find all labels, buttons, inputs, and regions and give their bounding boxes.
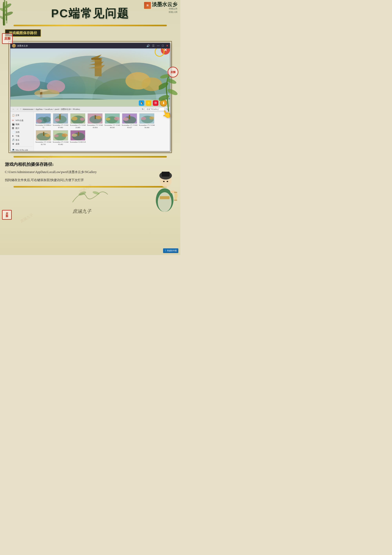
file-thumbnail-6 [139, 113, 154, 124]
svg-rect-52 [129, 115, 130, 119]
svg-rect-89 [174, 192, 177, 193]
file-item-4[interactable]: Screenshot 171 5134349.565 [105, 113, 120, 129]
svg-rect-35 [59, 115, 61, 119]
sidebar-item-video[interactable]: 🎬 视频 [12, 122, 33, 126]
maximize-btn[interactable]: □ [162, 44, 164, 47]
svg-point-41 [80, 117, 85, 121]
svg-point-56 [149, 116, 154, 119]
star-social-icon[interactable]: ⭐ [146, 100, 151, 106]
nav-back-btn[interactable]: ← [12, 108, 15, 111]
file-name-9: Screenshot 5134513.8 [70, 141, 86, 143]
file-name-4: Screenshot 171 5134349.565 [105, 124, 120, 129]
weibo-social-icon[interactable]: 微 [153, 100, 158, 106]
file-thumbnail-5 [122, 113, 137, 124]
file-name-8: Screenshot 171 5134495.402 [53, 141, 68, 146]
sidebar-item-wps[interactable]: W WPS云盘 [12, 118, 33, 122]
section-screenshot: 游戏截图保存路径 庶酿 淡墨水云乡 🔊 ☰ — □ ✕ [5, 29, 175, 153]
file-item-0[interactable]: Screenshot 5133996.472 [36, 113, 51, 129]
minimize-btn[interactable]: — [157, 44, 160, 47]
window-titlebar-left: 淡墨水云乡 [12, 44, 28, 48]
svg-point-57 [141, 117, 146, 120]
svg-point-31 [43, 117, 51, 122]
file-item-1[interactable]: Screenshot 171 5134287.003 [53, 113, 68, 129]
social-icons-row: 🐧 ⭐ 微 ⬇ [10, 99, 170, 107]
file-thumbnail-4 [105, 113, 120, 124]
svg-rect-90 [174, 200, 177, 201]
file-thumbnail-7 [36, 130, 51, 140]
sidebar-item-pictures[interactable]: 🖼 图片 [12, 126, 33, 130]
svg-point-77 [78, 190, 86, 196]
svg-point-37 [55, 118, 60, 121]
close-btn[interactable]: ✕ [166, 44, 168, 47]
sidebar-item-normal[interactable]: 📋 正常 [12, 113, 33, 117]
game-screenshot-area: ✕ [10, 48, 170, 99]
svg-point-87 [167, 181, 168, 182]
brand-icon: S [165, 249, 166, 252]
svg-point-40 [71, 117, 78, 120]
file-name-6: Screenshot 171 5134456.444 [139, 124, 155, 129]
bottom-pencil-divider [14, 186, 167, 188]
svg-rect-82 [160, 196, 170, 199]
explorer-content: 📋 正常 W WPS云盘 🎬 视频 [10, 112, 170, 151]
svg-rect-85 [162, 172, 170, 176]
explorer-sidebar: 📋 正常 W WPS云盘 🎬 视频 [10, 112, 34, 151]
sidebar-item-win10[interactable]: 💻 Win 10 Pro x64 [12, 148, 33, 151]
svg-point-65 [54, 134, 59, 137]
sidebar-item-desktop[interactable]: 🖥 桌面 [12, 142, 33, 146]
svg-point-70 [159, 94, 170, 102]
seal-right: 庶酿 [168, 67, 178, 78]
svg-point-48 [114, 117, 120, 120]
desktop-icon: 🖥 [12, 143, 15, 145]
explorer-main-area: Screenshot 5133996.472 [34, 112, 170, 151]
svg-point-49 [106, 118, 110, 120]
file-item-9[interactable]: Screenshot 5134513.8 [70, 130, 86, 146]
svg-point-78 [92, 190, 100, 195]
music-icon: 🎵 [12, 139, 15, 141]
file-item-8[interactable]: Screenshot 171 5134495.402 [53, 130, 68, 146]
file-name-2: Screenshot 171 5134323.085 [70, 124, 86, 129]
file-name-0: Screenshot 5133996.472 [36, 124, 51, 129]
window-avatar [12, 44, 16, 48]
file-item-2[interactable]: Screenshot 171 5134323.085 [70, 113, 86, 129]
file-item-7[interactable]: Screenshot 171 5134482.763 [36, 130, 51, 146]
file-item-6[interactable]: Screenshot 171 5134456.444 [139, 113, 155, 129]
window-border-frame: 淡墨水云乡 🔊 ☰ — □ ✕ [8, 41, 172, 153]
logo-title: 淡墨水云乡 [152, 2, 177, 7]
logo-subtitle1: 诗画山河 [152, 7, 177, 10]
svg-rect-69 [78, 132, 79, 136]
sidebar-item-music[interactable]: 🎵 音乐 [12, 138, 33, 142]
file-item-5[interactable]: Screenshot 171 5134395.627 [122, 113, 137, 129]
documents-icon: 📄 [12, 131, 15, 134]
nav-forward-btn[interactable]: → [16, 108, 19, 111]
file-name-7: Screenshot 171 5134482.763 [36, 141, 51, 146]
qq-social-icon[interactable]: 🐧 [139, 100, 144, 106]
normal-icon: 📋 [12, 114, 15, 117]
game-screenshot-overlay [10, 48, 170, 99]
video-icon: 🎬 [12, 123, 15, 126]
bottom-brand: S 商盛软件图 [163, 248, 178, 253]
file-thumbnail-9 [70, 130, 85, 140]
menu-icon[interactable]: ☰ [152, 44, 155, 47]
refresh-btn[interactable]: ↻ [142, 108, 143, 110]
wps-icon: W [12, 119, 15, 122]
breadcrumb-path: Administrator > AppData > LocalLow > pwr… [22, 108, 140, 111]
volume-icon[interactable]: 🔊 [146, 44, 150, 47]
file-explorer: ← → ↑ Administrator > AppData > LocalLow… [10, 107, 170, 151]
svg-rect-44 [95, 115, 96, 119]
file-name-5: Screenshot 171 5134395.627 [122, 124, 137, 129]
sidebar-item-downloads[interactable]: ⬇ 下载 [12, 134, 33, 138]
seal-left: 庶酿 [2, 33, 13, 44]
svg-point-71 [167, 88, 178, 96]
window-frame: 淡墨水云乡 🔊 ☰ — □ ✕ [10, 43, 170, 152]
file-item-3[interactable]: Screenshot 171 5134345.854 [87, 113, 103, 129]
logo-area: 淡 淡墨水云乡 诗画山河 织造人间 [144, 2, 177, 14]
mid-pencil-divider [14, 156, 167, 158]
nav-up-btn[interactable]: ↑ [20, 108, 22, 111]
sidebar-item-documents[interactable]: 📄 文档 [12, 130, 33, 134]
window-controls-group: 🔊 ☰ — □ ✕ [146, 44, 168, 47]
svg-point-61 [45, 134, 50, 137]
downloads-icon: ⬇ [12, 135, 15, 138]
file-thumbnail-2 [70, 113, 85, 124]
svg-point-64 [62, 133, 68, 137]
main-title: PC端常见问题 [51, 6, 129, 21]
